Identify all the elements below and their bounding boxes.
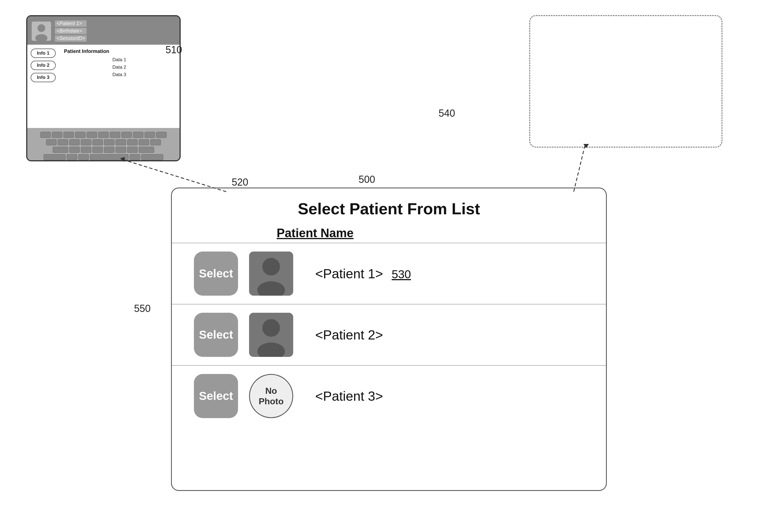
patient-info-panel: Patient Information Data 1Data 2Data 3	[59, 45, 180, 128]
info-2-button[interactable]: Info 2	[30, 61, 56, 70]
key	[53, 147, 68, 153]
patient-photo-1	[249, 252, 293, 296]
label-520: 520	[232, 177, 248, 188]
key	[43, 154, 66, 160]
patient-name-2: <Patient 2>	[304, 327, 383, 342]
patient-photo-2	[249, 313, 293, 357]
key	[145, 132, 155, 138]
key	[156, 132, 167, 138]
key	[81, 147, 91, 153]
key	[67, 154, 77, 160]
patient-name-3: <Patient 3>	[304, 388, 383, 404]
header-patient-name: <Patient 1>	[55, 21, 87, 27]
svg-point-4	[262, 258, 280, 275]
svg-point-1	[37, 24, 45, 32]
dashed-box-540	[529, 15, 722, 148]
spacebar-key	[90, 154, 129, 160]
key	[75, 132, 86, 138]
patient-list-header: Patient Name	[172, 223, 606, 243]
header-text: <Patient 1> <Birthdate> <SessionID>	[55, 20, 87, 42]
info-3-button[interactable]: Info 3	[30, 73, 56, 82]
label-500: 500	[359, 174, 375, 185]
label-550: 550	[134, 303, 150, 315]
key	[104, 139, 114, 145]
key	[150, 139, 161, 145]
key	[141, 154, 163, 160]
key	[133, 132, 144, 138]
patient-info-title: Patient Information	[64, 48, 175, 54]
key	[127, 139, 138, 145]
key	[98, 132, 109, 138]
patient-row-3: Select NoPhoto <Patient 3>	[172, 365, 606, 426]
select-button-1[interactable]: Select	[194, 252, 238, 296]
key	[130, 154, 140, 160]
select-button-2[interactable]: Select	[194, 313, 238, 357]
key	[46, 139, 57, 145]
main-panel-title: Select Patient From List	[172, 188, 606, 223]
patient-row-1: Select <Patient 1> 530	[172, 243, 606, 304]
column-header: Patient Name	[277, 226, 354, 240]
patient-row-2: Select <Patient 2>	[172, 304, 606, 365]
key	[87, 132, 97, 138]
key	[69, 139, 80, 145]
key	[78, 154, 89, 160]
patient-info-data: Data 1Data 2Data 3	[64, 56, 175, 79]
key	[121, 132, 132, 138]
main-panel: Select Patient From List Patient Name Se…	[171, 188, 607, 491]
key	[63, 132, 74, 138]
key	[127, 147, 138, 153]
label-510: 510	[165, 44, 182, 56]
select-button-3[interactable]: Select	[194, 374, 238, 418]
svg-line-9	[124, 160, 226, 192]
key	[58, 139, 68, 145]
patient-name-1: <Patient 1> 530	[304, 266, 411, 281]
avatar	[32, 22, 51, 41]
key	[116, 139, 126, 145]
key	[69, 147, 80, 153]
svg-point-7	[262, 319, 280, 337]
phone-body: Info 1 Info 2 Info 3 Patient Information…	[27, 45, 180, 128]
header-birthdate: <Birthdate>	[55, 28, 87, 34]
svg-line-11	[574, 146, 585, 192]
key	[116, 147, 126, 153]
key	[40, 132, 51, 138]
patient-link-530[interactable]: 530	[392, 268, 411, 281]
key	[92, 139, 103, 145]
header-session-id: <SessionID>	[55, 35, 87, 42]
key	[81, 139, 91, 145]
label-540: 540	[439, 107, 455, 119]
key	[104, 147, 114, 153]
key	[139, 139, 149, 145]
phone-header: <Patient 1> <Birthdate> <SessionID>	[27, 16, 180, 45]
key	[110, 132, 120, 138]
no-photo-box: NoPhoto	[249, 374, 293, 418]
key	[139, 147, 154, 153]
key	[52, 132, 62, 138]
info-buttons: Info 1 Info 2 Info 3	[27, 45, 59, 128]
key	[92, 147, 103, 153]
phone-keyboard	[27, 128, 180, 161]
phone-screen: <Patient 1> <Birthdate> <SessionID> Info…	[26, 15, 181, 161]
info-1-button[interactable]: Info 1	[30, 48, 56, 58]
